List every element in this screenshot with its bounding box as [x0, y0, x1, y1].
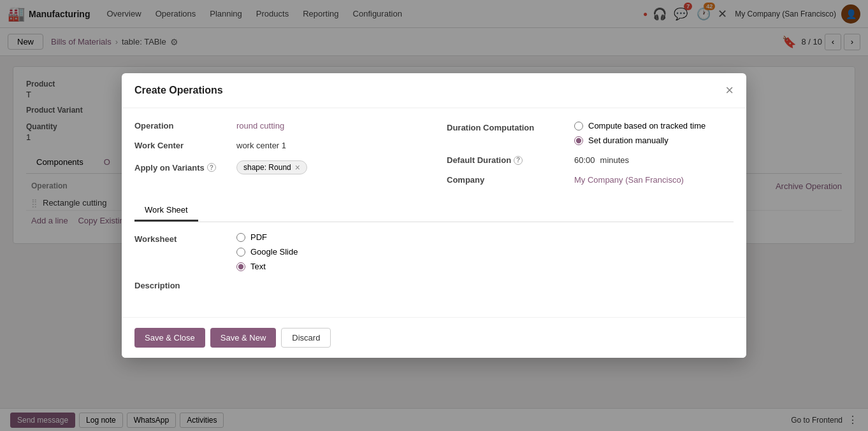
duration-computation-row: Duration Computation Compute based on tr…: [447, 121, 734, 145]
worksheet-radio-group: PDF Google Slide Text: [236, 232, 298, 271]
modal-overlay[interactable]: Create Operations × Operation round cutt…: [0, 0, 868, 408]
modal-footer: Save & Close Save & New Discard: [122, 317, 746, 358]
company-value: My Company (San Francisco): [574, 175, 684, 185]
radio-compute-tracked[interactable]: Compute based on tracked time: [574, 121, 705, 131]
worksheet-row: Worksheet PDF Google Slide Text: [134, 232, 734, 271]
description-area[interactable]: [236, 279, 734, 304]
save-close-button[interactable]: Save & Close: [134, 328, 205, 348]
company-label: Company: [447, 175, 574, 185]
radio-set-manually-label: Set duration manually: [588, 136, 669, 145]
work-center-label: Work Center: [134, 141, 236, 150]
discard-button[interactable]: Discard: [281, 328, 331, 348]
worksheet-pdf-text: PDF: [250, 232, 267, 242]
worksheet-label: Worksheet: [134, 232, 236, 244]
modal-grid: Operation round cutting Work Center work…: [134, 121, 734, 195]
default-duration-help-icon[interactable]: ?: [514, 156, 523, 165]
worksheet-pdf-input[interactable]: [236, 233, 245, 242]
variant-tag: shape: Round ×: [236, 160, 307, 174]
default-duration-label: Default Duration ?: [447, 155, 574, 165]
modal-left-col: Operation round cutting Work Center work…: [134, 121, 421, 195]
operation-field-row: Operation round cutting: [134, 121, 421, 131]
duration-computation-label: Duration Computation: [447, 121, 574, 132]
company-row: Company My Company (San Francisco): [447, 175, 734, 185]
worksheet-google-slide-text: Google Slide: [250, 247, 298, 257]
description-label: Description: [134, 279, 236, 290]
operation-value: round cutting: [236, 121, 284, 131]
radio-set-manually[interactable]: Set duration manually: [574, 136, 705, 145]
modal-title: Create Operations: [134, 85, 223, 96]
worksheet-pdf-label[interactable]: PDF: [236, 232, 298, 242]
modal-tabs-bar: Work Sheet: [134, 200, 734, 222]
worksheet-google-slide-label[interactable]: Google Slide: [236, 247, 298, 257]
default-duration-unit: minutes: [600, 155, 630, 165]
modal-right-col: Duration Computation Compute based on tr…: [447, 121, 734, 195]
tab-worksheet[interactable]: Work Sheet: [134, 200, 198, 222]
apply-variants-help-icon[interactable]: ?: [207, 163, 216, 172]
radio-set-manually-input[interactable]: [574, 136, 583, 145]
radio-compute-tracked-label: Compute based on tracked time: [588, 121, 705, 131]
work-center-value: work center 1: [236, 141, 286, 150]
modal-close-button[interactable]: ×: [725, 83, 734, 97]
worksheet-text-input[interactable]: [236, 262, 245, 271]
modal-tab-content: Worksheet PDF Google Slide Text: [134, 222, 734, 317]
operation-label: Operation: [134, 121, 236, 131]
worksheet-text-text: Text: [250, 262, 266, 271]
apply-variants-label: Apply on Variants ?: [134, 163, 236, 173]
worksheet-google-slide-input[interactable]: [236, 248, 245, 257]
variant-tag-remove-icon[interactable]: ×: [295, 162, 300, 173]
default-duration-row: Default Duration ? 60:00 minutes: [447, 155, 734, 165]
modal: Create Operations × Operation round cutt…: [122, 73, 746, 358]
variant-tag-label: shape: Round: [243, 163, 291, 172]
radio-group-duration: Compute based on tracked time Set durati…: [574, 121, 705, 145]
description-row: Description: [134, 279, 734, 304]
radio-compute-tracked-input[interactable]: [574, 122, 583, 131]
work-center-field-row: Work Center work center 1: [134, 141, 421, 150]
modal-header: Create Operations ×: [122, 73, 746, 108]
apply-variants-field-row: Apply on Variants ? shape: Round ×: [134, 160, 421, 174]
modal-body: Operation round cutting Work Center work…: [122, 108, 746, 317]
worksheet-text-label[interactable]: Text: [236, 262, 298, 271]
default-duration-value: 60:00: [574, 155, 595, 165]
save-new-button[interactable]: Save & New: [210, 328, 277, 348]
